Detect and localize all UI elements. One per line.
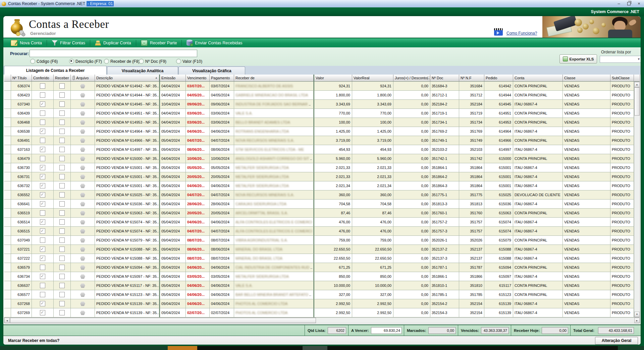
table-row[interactable]: 636374PEDIDO VENDA Nº 614942 - NF: 35...… <box>4 82 634 91</box>
receber-checkbox[interactable] <box>59 247 65 252</box>
table-row[interactable]: 636515PEDIDO VENDA Nº 615074 - NF: 35...… <box>4 227 634 236</box>
taskbar-segment[interactable] <box>0 346 168 350</box>
conferido-checkbox[interactable] <box>40 247 45 252</box>
table-row[interactable]: 637268PEDIDO VENDA Nº 615139 - NF: 35...… <box>4 299 634 308</box>
header-cell-vencimento[interactable]: Vencimento <box>186 75 210 82</box>
receber-checkbox[interactable] <box>59 256 65 261</box>
table-row[interactable]: 636538PEDIDO VENDA Nº 614964 - NF: 35...… <box>4 127 634 136</box>
cell-arquivo[interactable] <box>71 172 95 181</box>
receber-checkbox[interactable] <box>59 265 65 270</box>
header-cell-juros-desconto-[interactable]: Juros(+) / Desconto(-) <box>393 75 430 82</box>
receber-checkbox[interactable] <box>59 120 65 125</box>
table-row[interactable]: 636468PEDIDO VENDA Nº 614953 - NF: 35...… <box>4 118 634 127</box>
conferido-checkbox[interactable] <box>40 165 45 170</box>
cell-arquivo[interactable] <box>71 236 95 245</box>
row-selector-cell[interactable] <box>4 91 11 100</box>
header-cell-valor[interactable]: Valor <box>314 75 352 82</box>
row-selector-cell[interactable] <box>4 200 11 209</box>
cell-arquivo[interactable] <box>71 290 95 299</box>
radio-valor-f10-[interactable]: Valor (F10) <box>176 59 202 64</box>
tab-visualiza-o-anal-tica[interactable]: Visualização Analítica <box>107 67 178 75</box>
header-cell-conferido[interactable]: Conferido <box>32 75 54 82</box>
header-cell-descri-o[interactable]: Descrição▲ <box>95 75 159 82</box>
header-cell-pedido[interactable]: Pedido <box>484 75 513 82</box>
header-cell-receber[interactable]: Receber <box>54 75 71 82</box>
tab-visualiza-o-gr-fica[interactable]: Visualização Gráfica <box>178 67 245 75</box>
table-row[interactable]: 636479PEDIDO VENDA Nº 615000 - NF: 35...… <box>4 154 634 163</box>
order-by-dropdown[interactable]: ▼ <box>600 56 641 63</box>
scroll-right-arrow[interactable]: ► <box>634 318 640 323</box>
header-cell-receber-de[interactable]: Receber de <box>234 75 314 82</box>
radio-receber-de-f8-[interactable]: Receber de (F8) <box>104 59 140 64</box>
conferido-checkbox[interactable] <box>40 111 45 116</box>
how-it-works-link[interactable]: Como Funciona? <box>506 31 537 36</box>
receber-checkbox[interactable] <box>59 210 65 216</box>
table-row[interactable]: 636514PEDIDO VENDA Nº 615074 - NF: 35...… <box>4 218 634 227</box>
radio-dot[interactable] <box>104 59 109 64</box>
export-xls-button[interactable]: Exportar XLS <box>559 54 597 63</box>
conferido-checkbox[interactable] <box>40 83 45 89</box>
radio-dot[interactable] <box>176 59 181 64</box>
search-input[interactable] <box>30 50 197 57</box>
conferido-checkbox[interactable] <box>40 101 45 107</box>
row-selector-cell[interactable] <box>4 163 11 172</box>
conferido-checkbox[interactable] <box>40 92 45 98</box>
conferido-checkbox[interactable] <box>40 120 45 125</box>
conferido-checkbox[interactable] <box>40 283 45 288</box>
row-selector-cell[interactable] <box>4 109 11 118</box>
receber-checkbox[interactable] <box>59 301 65 306</box>
receber-checkbox[interactable] <box>59 156 65 161</box>
receber-checkbox[interactable] <box>59 228 65 234</box>
row-selector-cell[interactable] <box>4 127 11 136</box>
conferido-checkbox[interactable] <box>40 228 45 234</box>
cell-arquivo[interactable] <box>71 136 95 145</box>
horizontal-scrollbar[interactable]: ◄ ► <box>4 317 640 323</box>
close-button[interactable]: × <box>634 0 644 7</box>
table-row[interactable]: 637049PEDIDO VENDA Nº 615079 - NF: 35...… <box>4 236 634 245</box>
row-selector-cell[interactable] <box>4 254 11 263</box>
conferido-checkbox[interactable] <box>40 219 45 225</box>
row-selector-cell[interactable] <box>4 281 11 290</box>
cell-arquivo[interactable] <box>71 118 95 127</box>
cell-arquivo[interactable] <box>71 254 95 263</box>
row-selector-cell[interactable] <box>4 154 11 163</box>
cell-arquivo[interactable] <box>71 82 95 91</box>
cell-arquivo[interactable] <box>71 308 95 317</box>
scroll-left-arrow[interactable]: ◄ <box>4 318 10 323</box>
cell-arquivo[interactable] <box>71 100 95 109</box>
table-row[interactable]: 636734PEDIDO VENDA Nº 615097 - NF: 35...… <box>4 272 634 281</box>
row-selector-cell[interactable] <box>4 181 11 190</box>
receber-checkbox[interactable] <box>59 292 65 297</box>
header-cell-pagamento[interactable]: Pagamento <box>210 75 234 82</box>
cell-arquivo[interactable] <box>71 91 95 100</box>
cell-arquivo[interactable] <box>71 209 95 218</box>
row-selector-cell[interactable] <box>4 82 11 91</box>
row-selector-cell[interactable] <box>4 136 11 145</box>
table-row[interactable]: 637269PEDIDO VENDA Nº 615139 - NF: 35...… <box>4 308 634 317</box>
cell-arquivo[interactable] <box>71 163 95 172</box>
table-row[interactable]: 636552PEDIDO VENDA Nº 615025 - NF: 35...… <box>4 190 634 200</box>
receber-checkbox[interactable] <box>59 283 65 288</box>
radio-n-doc-f9-[interactable]: Nº Doc (F9) <box>139 59 166 64</box>
table-row[interactable]: 637163PEDIDO VENDA Nº 614997 - NF: 35...… <box>4 145 634 154</box>
row-selector-cell[interactable] <box>4 290 11 299</box>
table-row[interactable]: 637222PEDIDO VENDA Nº 615088 - NF: 35...… <box>4 254 634 263</box>
table-row[interactable]: 636641PEDIDO VENDA Nº 615036 - NF: 35...… <box>4 200 634 209</box>
header-cell-n-doc[interactable]: Nº Doc <box>430 75 459 82</box>
header-cell-subclasse[interactable]: SubClasse <box>610 75 634 82</box>
row-selector-cell[interactable] <box>4 227 11 236</box>
receber-checkbox[interactable] <box>59 174 65 179</box>
row-selector-cell[interactable] <box>4 172 11 181</box>
toolbar-button-filtrar-contas[interactable]: Filtrar Contas <box>48 40 89 46</box>
row-selector-cell[interactable] <box>4 245 11 254</box>
receber-checkbox[interactable] <box>59 165 65 170</box>
table-row[interactable]: 636731PEDIDO VENDA Nº 615001 - NF: 35...… <box>4 172 634 181</box>
vertical-scroll-thumb[interactable] <box>634 87 640 116</box>
radio-dot[interactable] <box>69 59 74 64</box>
receber-checkbox[interactable] <box>59 274 65 279</box>
tab-listagem-de-contas-a-receber[interactable]: Listagem de Contas a Receber <box>4 66 107 75</box>
cell-arquivo[interactable] <box>71 245 95 254</box>
receber-checkbox[interactable] <box>59 237 65 243</box>
conferido-checkbox[interactable] <box>40 183 45 188</box>
cell-arquivo[interactable] <box>71 299 95 308</box>
